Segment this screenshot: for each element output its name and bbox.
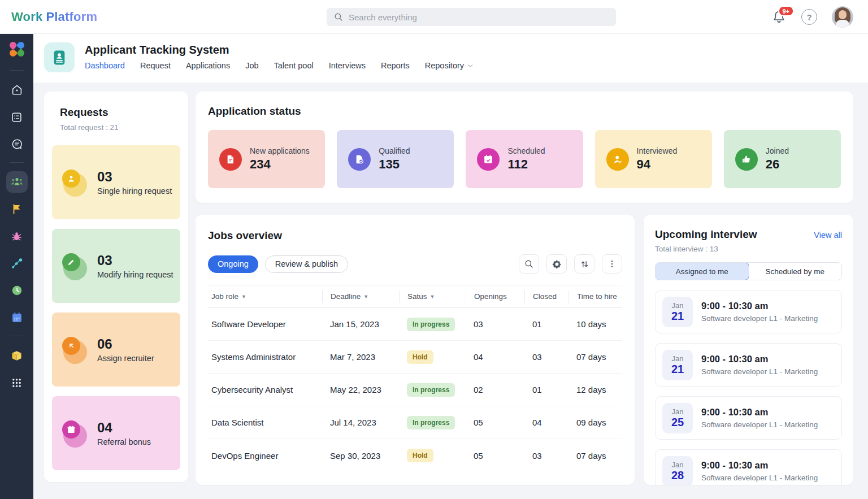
gear-button[interactable] bbox=[546, 254, 567, 274]
interview-subtitle: Software developer L1 - Marketing bbox=[701, 474, 818, 482]
interview-subtitle: Software developer L1 - Marketing bbox=[701, 420, 818, 429]
tab-repository[interactable]: Repository bbox=[425, 61, 474, 70]
request-card-modify-hiring-request[interactable]: 03Modify hiring request bbox=[52, 229, 180, 303]
notifications-button[interactable]: 9+ bbox=[772, 10, 787, 24]
cell-job-role: Software Developer bbox=[208, 319, 322, 329]
interview-time: 9:00 - 10:30 am bbox=[701, 301, 818, 311]
sidebar-item-apps-grid[interactable] bbox=[6, 372, 28, 393]
interview-month: Jan bbox=[672, 407, 684, 416]
cell-status: Hold bbox=[399, 449, 466, 462]
sidebar-item-chat[interactable] bbox=[6, 133, 28, 155]
table-row[interactable]: DevOps EngineerSep 30, 2023Hold050307 da… bbox=[208, 439, 622, 472]
cell-deadline: Jul 14, 2023 bbox=[322, 418, 399, 427]
interview-month: Jan bbox=[672, 301, 684, 310]
tab-dashboard[interactable]: Dashboard bbox=[85, 61, 125, 70]
topbar-actions: 9+ ? bbox=[772, 0, 853, 34]
status-card-new-applications[interactable]: New applications234 bbox=[208, 130, 325, 188]
table-row[interactable]: Cybersecurity AnalystMay 22, 2023In prog… bbox=[208, 374, 622, 406]
view-all-link[interactable]: View all bbox=[814, 231, 842, 240]
interview-time: 9:00 - 10:30 am bbox=[701, 407, 818, 418]
request-count: 03 bbox=[97, 253, 173, 268]
cell-openings: 05 bbox=[466, 418, 524, 427]
thumbs-up-icon bbox=[741, 154, 752, 165]
sidebar-item-box[interactable] bbox=[6, 345, 28, 366]
upcoming-interview-panel: Upcoming interview View all Total interv… bbox=[644, 215, 853, 485]
column-header-job-role[interactable]: Job role▼ bbox=[208, 292, 322, 301]
sidebar-item-scatter[interactable] bbox=[6, 253, 28, 274]
status-card-scheduled[interactable]: Scheduled112 bbox=[466, 130, 583, 188]
cell-deadline: Sep 30, 2023 bbox=[322, 451, 399, 461]
request-card-single-hiring-request[interactable]: 03Single hiring request bbox=[52, 145, 180, 219]
status-card-value: 234 bbox=[250, 157, 310, 172]
ats-app-icon[interactable] bbox=[44, 42, 75, 72]
global-search-input[interactable]: Search everything bbox=[327, 8, 616, 26]
request-card-referral-bonus[interactable]: 04Referral bonus bbox=[52, 396, 180, 470]
request-label: Single hiring request bbox=[97, 186, 172, 196]
sidebar-item-calendar[interactable] bbox=[6, 307, 28, 328]
notification-badge: 9+ bbox=[778, 6, 794, 16]
tab-interviews[interactable]: Interviews bbox=[329, 61, 366, 70]
help-button[interactable]: ? bbox=[801, 9, 817, 25]
table-row[interactable]: Systems AdministratorMar 7, 2023Hold0403… bbox=[208, 341, 622, 374]
cell-time-to-hire: 07 days bbox=[568, 352, 622, 362]
tab-applications[interactable]: Applications bbox=[186, 61, 230, 70]
status-card-joined[interactable]: Joined26 bbox=[724, 130, 841, 188]
table-row[interactable]: Software DeveloperJan 15, 2023In progres… bbox=[208, 308, 622, 341]
sidebar-item-bug[interactable] bbox=[6, 225, 28, 247]
id-card-icon bbox=[50, 48, 69, 67]
status-card-interviewed[interactable]: Interviewed94 bbox=[595, 130, 712, 188]
tab-reports[interactable]: Reports bbox=[381, 61, 410, 70]
sort-icon bbox=[579, 259, 590, 270]
request-label: Assign recruiter bbox=[97, 354, 154, 363]
cell-closed: 04 bbox=[524, 418, 568, 427]
search-placeholder: Search everything bbox=[349, 12, 417, 22]
interview-item[interactable]: Jan289:00 - 10:30 amSoftware developer L… bbox=[655, 449, 842, 485]
interview-tab-assigned-to-me[interactable]: Assigned to me bbox=[655, 262, 749, 280]
tab-job[interactable]: Job bbox=[245, 61, 258, 70]
interview-day: 21 bbox=[671, 363, 684, 375]
app-logo[interactable]: WorkPlatform bbox=[11, 10, 97, 24]
sidebar-item-team[interactable] bbox=[6, 171, 28, 193]
chevron-down-icon bbox=[467, 62, 474, 70]
column-header-closed: Closed bbox=[524, 290, 568, 303]
request-card-assign-recruiter[interactable]: 06Assign recruiter bbox=[52, 313, 180, 387]
kebab-button[interactable] bbox=[602, 254, 622, 274]
cell-closed: 01 bbox=[524, 385, 568, 394]
box-icon bbox=[10, 349, 23, 362]
clock-icon bbox=[11, 284, 23, 297]
interview-item[interactable]: Jan219:00 - 10:30 amSoftware developer L… bbox=[655, 343, 842, 387]
sidebar-divider bbox=[10, 70, 24, 71]
filter-review-publish[interactable]: Review & publish bbox=[265, 255, 348, 273]
table-row[interactable]: Data ScientistJul 14, 2023In progress050… bbox=[208, 406, 622, 439]
column-header-satus[interactable]: Satus▼ bbox=[399, 290, 466, 303]
filter-ongoing[interactable]: Ongoing bbox=[208, 255, 258, 273]
document-icon bbox=[225, 154, 236, 165]
sidebar-item-clock[interactable] bbox=[6, 280, 28, 301]
avatar-face bbox=[839, 10, 847, 19]
workspace-logo-icon[interactable] bbox=[10, 42, 24, 57]
page-title: Applicant Tracking System bbox=[85, 44, 229, 57]
sort-caret-icon: ▼ bbox=[363, 294, 368, 300]
interview-tab-scheduled-by-me[interactable]: Scheduled by me bbox=[749, 263, 842, 280]
team-icon bbox=[10, 175, 24, 189]
sidebar-item-tasks[interactable] bbox=[6, 106, 28, 128]
cell-openings: 03 bbox=[466, 319, 524, 329]
cell-status: Hold bbox=[399, 350, 466, 364]
search-button[interactable] bbox=[519, 254, 539, 274]
sidebar-item-home[interactable] bbox=[6, 79, 28, 101]
jobs-overview-panel: Jobs overview OngoingReview & publish Jo… bbox=[196, 215, 635, 485]
column-header-deadline[interactable]: Deadline▼ bbox=[322, 290, 399, 303]
user-avatar[interactable] bbox=[832, 6, 853, 28]
kebab-icon bbox=[607, 259, 617, 269]
sidebar-item-flag[interactable] bbox=[6, 198, 28, 220]
cell-status: In progress bbox=[399, 318, 466, 331]
status-card-qualified[interactable]: Qualified135 bbox=[337, 130, 454, 188]
sort-button[interactable] bbox=[574, 254, 594, 274]
tab-talent-pool[interactable]: Talent pool bbox=[274, 61, 314, 70]
topbar: WorkPlatform Search everything 9+ ? bbox=[0, 0, 868, 34]
sort-caret-icon: ▼ bbox=[241, 294, 246, 300]
interview-item[interactable]: Jan259:00 - 10:30 amSoftware developer L… bbox=[655, 396, 842, 440]
cell-job-role: Data Scientist bbox=[208, 418, 322, 427]
interview-item[interactable]: Jan219:00 - 10:30 amSoftware developer L… bbox=[655, 290, 842, 333]
tab-request[interactable]: Request bbox=[140, 61, 171, 70]
